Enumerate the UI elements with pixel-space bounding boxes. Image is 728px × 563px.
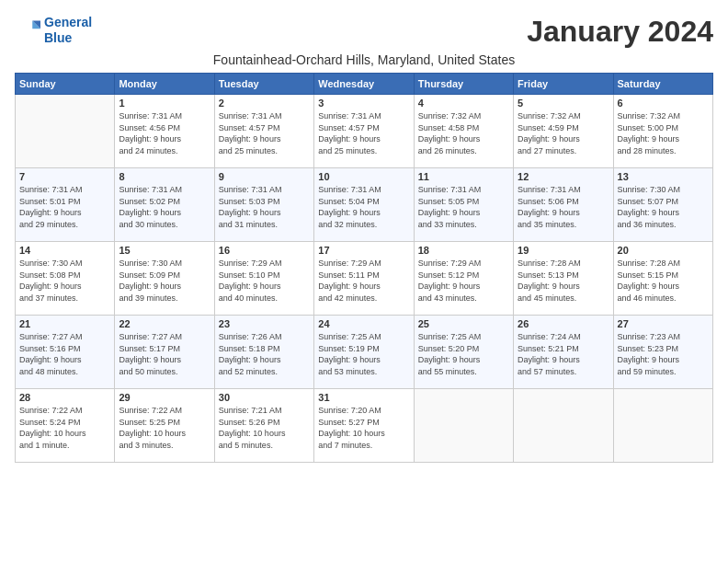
cell-info: Sunrise: 7:20 AM Sunset: 5:27 PM Dayligh…: [318, 405, 409, 451]
cell-info: Sunrise: 7:31 AM Sunset: 5:05 PM Dayligh…: [418, 184, 509, 230]
header-friday: Friday: [514, 74, 613, 95]
cell-info: Sunrise: 7:24 AM Sunset: 5:21 PM Dayligh…: [518, 331, 609, 377]
cell-info: Sunrise: 7:23 AM Sunset: 5:23 PM Dayligh…: [618, 331, 709, 377]
calendar-cell: 7Sunrise: 7:31 AM Sunset: 5:01 PM Daylig…: [16, 168, 115, 242]
cell-info: Sunrise: 7:32 AM Sunset: 5:00 PM Dayligh…: [618, 110, 709, 156]
calendar-cell: 5Sunrise: 7:32 AM Sunset: 4:59 PM Daylig…: [514, 95, 613, 168]
title-section: January 2024: [527, 15, 713, 49]
calendar-cell: 27Sunrise: 7:23 AM Sunset: 5:23 PM Dayli…: [613, 316, 712, 389]
cell-info: Sunrise: 7:29 AM Sunset: 5:11 PM Dayligh…: [318, 258, 409, 304]
cell-info: Sunrise: 7:26 AM Sunset: 5:18 PM Dayligh…: [219, 331, 310, 377]
cell-info: Sunrise: 7:25 AM Sunset: 5:19 PM Dayligh…: [318, 331, 409, 377]
cell-info: Sunrise: 7:30 AM Sunset: 5:07 PM Dayligh…: [618, 184, 709, 230]
cell-info: Sunrise: 7:27 AM Sunset: 5:17 PM Dayligh…: [119, 331, 210, 377]
day-number: 25: [418, 318, 509, 329]
calendar-cell: 23Sunrise: 7:26 AM Sunset: 5:18 PM Dayli…: [214, 316, 313, 389]
logo-icon: [15, 17, 40, 43]
calendar-week-row: 28Sunrise: 7:22 AM Sunset: 5:24 PM Dayli…: [16, 389, 713, 463]
day-number: 5: [518, 98, 609, 109]
calendar-cell: 20Sunrise: 7:28 AM Sunset: 5:15 PM Dayli…: [613, 242, 712, 316]
calendar-cell: 16Sunrise: 7:29 AM Sunset: 5:10 PM Dayli…: [214, 242, 313, 316]
day-number: 2: [219, 98, 310, 109]
day-number: 19: [518, 245, 609, 256]
day-number: 28: [19, 392, 110, 403]
cell-info: Sunrise: 7:25 AM Sunset: 5:20 PM Dayligh…: [418, 331, 509, 377]
calendar-cell: 26Sunrise: 7:24 AM Sunset: 5:21 PM Dayli…: [514, 316, 613, 389]
calendar-cell: 24Sunrise: 7:25 AM Sunset: 5:19 PM Dayli…: [314, 316, 414, 389]
cell-info: Sunrise: 7:28 AM Sunset: 5:13 PM Dayligh…: [518, 258, 609, 304]
day-number: 3: [318, 98, 409, 109]
calendar-cell: 4Sunrise: 7:32 AM Sunset: 4:58 PM Daylig…: [414, 95, 513, 168]
cell-info: Sunrise: 7:30 AM Sunset: 5:08 PM Dayligh…: [19, 258, 110, 304]
calendar-cell: 31Sunrise: 7:20 AM Sunset: 5:27 PM Dayli…: [314, 389, 414, 463]
calendar-cell: [613, 389, 712, 463]
header-monday: Monday: [115, 74, 214, 95]
cell-info: Sunrise: 7:31 AM Sunset: 5:01 PM Dayligh…: [19, 184, 110, 230]
day-number: 20: [618, 245, 709, 256]
day-number: 27: [618, 318, 709, 329]
day-number: 9: [219, 171, 310, 182]
page-header: General Blue January 2024: [15, 15, 713, 49]
calendar-week-row: 14Sunrise: 7:30 AM Sunset: 5:08 PM Dayli…: [16, 242, 713, 316]
day-number: 15: [119, 245, 210, 256]
cell-info: Sunrise: 7:31 AM Sunset: 5:06 PM Dayligh…: [518, 184, 609, 230]
calendar-cell: 14Sunrise: 7:30 AM Sunset: 5:08 PM Dayli…: [16, 242, 115, 316]
day-number: 7: [19, 171, 110, 182]
cell-info: Sunrise: 7:31 AM Sunset: 4:57 PM Dayligh…: [318, 110, 409, 156]
day-number: 14: [19, 245, 110, 256]
calendar-cell: 3Sunrise: 7:31 AM Sunset: 4:57 PM Daylig…: [314, 95, 414, 168]
day-number: 4: [418, 98, 509, 109]
day-number: 22: [119, 318, 210, 329]
calendar-cell: 13Sunrise: 7:30 AM Sunset: 5:07 PM Dayli…: [613, 168, 712, 242]
day-number: 24: [318, 318, 409, 329]
calendar-cell: 25Sunrise: 7:25 AM Sunset: 5:20 PM Dayli…: [414, 316, 513, 389]
day-number: 6: [618, 98, 709, 109]
cell-info: Sunrise: 7:30 AM Sunset: 5:09 PM Dayligh…: [119, 258, 210, 304]
calendar-cell: 2Sunrise: 7:31 AM Sunset: 4:57 PM Daylig…: [214, 95, 313, 168]
month-title: January 2024: [527, 15, 713, 49]
location-title: Fountainhead-Orchard Hills, Maryland, Un…: [15, 52, 713, 67]
calendar-cell: 19Sunrise: 7:28 AM Sunset: 5:13 PM Dayli…: [514, 242, 613, 316]
logo-text: General Blue: [44, 15, 92, 46]
cell-info: Sunrise: 7:21 AM Sunset: 5:26 PM Dayligh…: [219, 405, 310, 451]
calendar-cell: 10Sunrise: 7:31 AM Sunset: 5:04 PM Dayli…: [314, 168, 414, 242]
day-number: 30: [219, 392, 310, 403]
calendar-cell: 21Sunrise: 7:27 AM Sunset: 5:16 PM Dayli…: [16, 316, 115, 389]
calendar-cell: 11Sunrise: 7:31 AM Sunset: 5:05 PM Dayli…: [414, 168, 513, 242]
calendar-table: SundayMondayTuesdayWednesdayThursdayFrid…: [15, 73, 713, 463]
cell-info: Sunrise: 7:27 AM Sunset: 5:16 PM Dayligh…: [19, 331, 110, 377]
cell-info: Sunrise: 7:22 AM Sunset: 5:24 PM Dayligh…: [19, 405, 110, 451]
header-thursday: Thursday: [414, 74, 513, 95]
calendar-cell: 15Sunrise: 7:30 AM Sunset: 5:09 PM Dayli…: [115, 242, 214, 316]
day-number: 16: [219, 245, 310, 256]
calendar-cell: 30Sunrise: 7:21 AM Sunset: 5:26 PM Dayli…: [214, 389, 313, 463]
header-wednesday: Wednesday: [314, 74, 414, 95]
day-number: 13: [618, 171, 709, 182]
header-sunday: Sunday: [16, 74, 115, 95]
day-number: 26: [518, 318, 609, 329]
calendar-cell: 17Sunrise: 7:29 AM Sunset: 5:11 PM Dayli…: [314, 242, 414, 316]
cell-info: Sunrise: 7:31 AM Sunset: 5:04 PM Dayligh…: [318, 184, 409, 230]
calendar-week-row: 7Sunrise: 7:31 AM Sunset: 5:01 PM Daylig…: [16, 168, 713, 242]
day-number: 17: [318, 245, 409, 256]
logo: General Blue: [15, 15, 92, 46]
cell-info: Sunrise: 7:32 AM Sunset: 4:58 PM Dayligh…: [418, 110, 509, 156]
day-number: 1: [119, 98, 210, 109]
calendar-cell: 29Sunrise: 7:22 AM Sunset: 5:25 PM Dayli…: [115, 389, 214, 463]
cell-info: Sunrise: 7:31 AM Sunset: 5:02 PM Dayligh…: [119, 184, 210, 230]
calendar-cell: 22Sunrise: 7:27 AM Sunset: 5:17 PM Dayli…: [115, 316, 214, 389]
day-number: 21: [19, 318, 110, 329]
calendar-cell: 18Sunrise: 7:29 AM Sunset: 5:12 PM Dayli…: [414, 242, 513, 316]
cell-info: Sunrise: 7:32 AM Sunset: 4:59 PM Dayligh…: [518, 110, 609, 156]
day-number: 8: [119, 171, 210, 182]
calendar-cell: 28Sunrise: 7:22 AM Sunset: 5:24 PM Dayli…: [16, 389, 115, 463]
day-number: 31: [318, 392, 409, 403]
header-tuesday: Tuesday: [214, 74, 313, 95]
calendar-cell: [514, 389, 613, 463]
calendar-cell: 9Sunrise: 7:31 AM Sunset: 5:03 PM Daylig…: [214, 168, 313, 242]
calendar-cell: 1Sunrise: 7:31 AM Sunset: 4:56 PM Daylig…: [115, 95, 214, 168]
calendar-header-row: SundayMondayTuesdayWednesdayThursdayFrid…: [16, 74, 713, 95]
calendar-cell: 12Sunrise: 7:31 AM Sunset: 5:06 PM Dayli…: [514, 168, 613, 242]
cell-info: Sunrise: 7:29 AM Sunset: 5:10 PM Dayligh…: [219, 258, 310, 304]
cell-info: Sunrise: 7:29 AM Sunset: 5:12 PM Dayligh…: [418, 258, 509, 304]
